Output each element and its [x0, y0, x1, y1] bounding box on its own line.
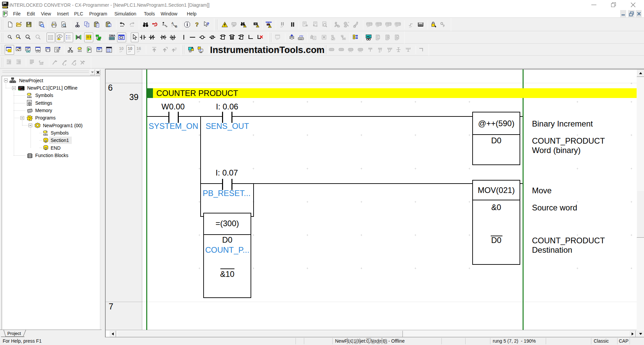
svg-text:HC: HC [367, 35, 371, 38]
svg-text:?: ? [207, 21, 209, 27]
svg-text:B: B [175, 25, 177, 28]
svg-text:Z: Z [378, 36, 380, 39]
svg-text:10: 10 [119, 46, 124, 51]
svg-text:?: ? [195, 21, 199, 28]
svg-text:SMA: SMA [109, 34, 115, 37]
svg-text:Z: Z [314, 37, 315, 40]
svg-text:A: A [171, 21, 174, 25]
svg-text:w: w [58, 35, 61, 37]
svg-text:CI: CI [120, 36, 123, 40]
svg-text:10: 10 [128, 46, 132, 51]
svg-text:0.02: 0.02 [107, 50, 111, 52]
svg-text:16: 16 [137, 46, 141, 51]
